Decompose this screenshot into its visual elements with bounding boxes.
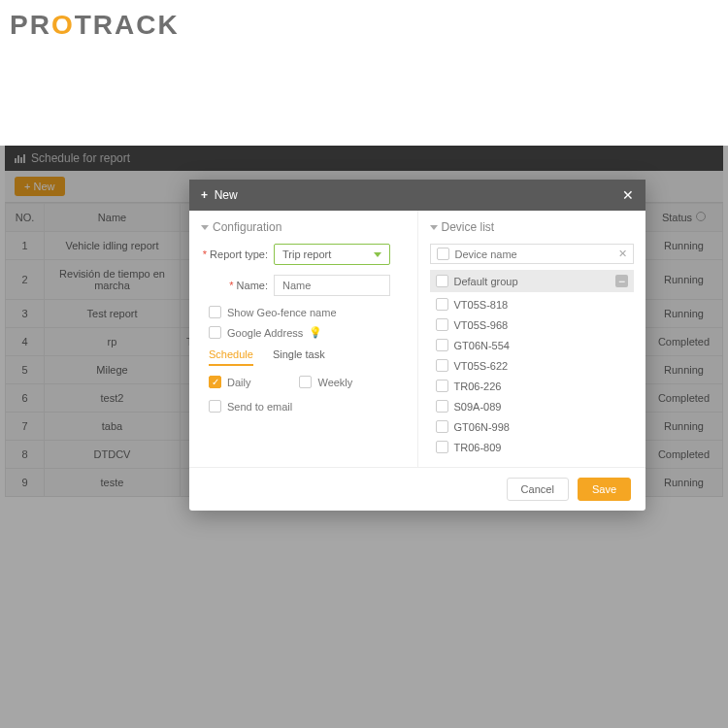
google-checkbox-row[interactable]: Google Address 💡: [209, 326, 406, 339]
device-group-header[interactable]: Default group −: [430, 270, 635, 292]
checkbox-icon: [436, 298, 448, 311]
config-panel: Configuration * Report type: Trip report…: [189, 211, 418, 467]
checkbox-icon: [299, 376, 312, 388]
checkbox-icon[interactable]: [437, 248, 449, 260]
device-section-title: Device list: [430, 220, 635, 234]
tab-single-task[interactable]: Single task: [273, 348, 325, 366]
modal-footer: Cancel Save: [189, 467, 645, 511]
brand-logo: PROTRACK: [10, 10, 180, 41]
caret-down-icon: [201, 225, 209, 230]
report-type-label: * Report type:: [201, 248, 274, 260]
checkbox-checked-icon: ✓: [209, 376, 221, 388]
device-item[interactable]: GT06N-998: [430, 416, 635, 437]
cancel-button[interactable]: Cancel: [507, 478, 569, 501]
device-item[interactable]: VT05S-622: [430, 355, 635, 376]
checkbox-icon: [436, 359, 448, 372]
save-button[interactable]: Save: [578, 478, 631, 501]
name-input[interactable]: [274, 275, 390, 296]
config-section-title: Configuration: [201, 220, 406, 234]
daily-checkbox[interactable]: ✓Daily: [209, 376, 250, 388]
email-checkbox-row[interactable]: Send to email: [209, 400, 406, 413]
checkbox-icon: [436, 339, 448, 351]
checkbox-icon: [436, 441, 448, 453]
device-search[interactable]: ✕: [430, 244, 635, 264]
device-item[interactable]: TR06-809: [430, 437, 635, 457]
new-report-modal: + New ✕ Configuration * Report type: Tri…: [189, 180, 645, 511]
lightbulb-icon: 💡: [309, 326, 322, 339]
weekly-checkbox[interactable]: Weekly: [299, 376, 352, 388]
chevron-down-icon: [374, 252, 381, 257]
caret-down-icon: [430, 225, 438, 230]
checkbox-icon: [436, 318, 448, 331]
checkbox-icon: [209, 306, 221, 318]
geofence-checkbox-row[interactable]: Show Geo-fence name: [209, 306, 406, 318]
checkbox-icon: [209, 326, 221, 339]
checkbox-icon: [436, 400, 448, 413]
device-item[interactable]: VT05S-818: [430, 294, 635, 314]
device-item[interactable]: S09A-089: [430, 396, 635, 416]
device-search-input[interactable]: [455, 248, 619, 260]
checkbox-icon: [436, 380, 448, 392]
collapse-icon[interactable]: −: [615, 275, 628, 287]
clear-icon[interactable]: ✕: [618, 248, 627, 260]
checkbox-icon: [436, 420, 448, 433]
close-icon[interactable]: ✕: [622, 187, 634, 203]
device-item[interactable]: TR06-226: [430, 376, 635, 396]
checkbox-icon[interactable]: [436, 275, 448, 287]
name-label: * Name:: [201, 280, 274, 291]
device-item[interactable]: VT05S-968: [430, 314, 635, 335]
device-item[interactable]: GT06N-554: [430, 335, 635, 355]
device-list-panel: Device list ✕ Default group − VT05S-818 …: [418, 211, 646, 467]
checkbox-icon: [209, 400, 221, 413]
modal-header: + New ✕: [189, 180, 645, 211]
report-type-select[interactable]: Trip report: [274, 244, 390, 265]
modal-title: + New: [201, 188, 238, 202]
tab-schedule[interactable]: Schedule: [209, 348, 253, 366]
